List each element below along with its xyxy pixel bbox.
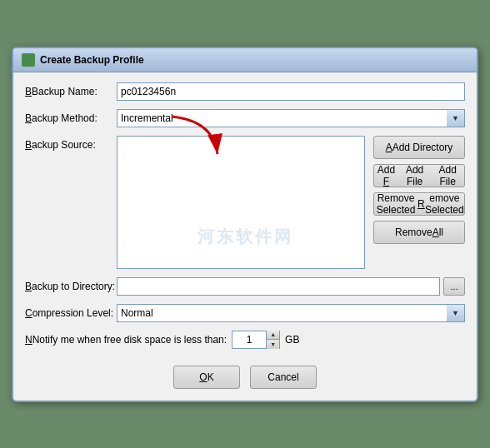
backup-method-row: Backup Method: Incremental Full Differen…: [25, 109, 465, 127]
backup-name-input[interactable]: [117, 82, 465, 101]
dialog-content: 河东软件网 BBackup Name: Backup Method:: [13, 72, 477, 401]
compression-label: Compression Level:: [25, 307, 117, 319]
backup-source-textarea[interactable]: [117, 136, 365, 269]
title-bar: Create Backup Profile: [13, 48, 477, 72]
cancel-button[interactable]: Cancel: [250, 366, 317, 389]
compression-wrapper: None Low Normal High Maximum ▼: [117, 304, 465, 322]
remove-selected-button[interactable]: Remove Selected Remove Selected: [373, 192, 465, 216]
footer-buttons: OK Cancel: [25, 362, 465, 389]
backup-method-dropdown-arrow[interactable]: ▼: [447, 109, 465, 127]
backup-source-row: Backup Source: AAdd Directory Add FAdd F…: [25, 136, 465, 269]
backup-to-dir-label: Backup to Directory:: [25, 281, 117, 292]
backup-method-wrapper: Incremental Full Differential ▼: [117, 109, 465, 127]
backup-name-label: BBackup Name:: [25, 86, 117, 97]
gb-label: GB: [285, 334, 299, 346]
notify-label: NNotify me when free disk space is less …: [25, 334, 227, 346]
backup-name-row: BBackup Name:: [25, 82, 465, 101]
browse-button[interactable]: ...: [443, 277, 465, 296]
dialog-title: Create Backup Profile: [40, 54, 144, 66]
compression-select[interactable]: None Low Normal High Maximum: [117, 304, 465, 322]
remove-all-button[interactable]: Remove All: [373, 221, 465, 244]
backup-source-label: Backup Source:: [25, 136, 117, 151]
add-directory-button[interactable]: AAdd Directory: [373, 136, 465, 159]
dialog-icon: [22, 53, 35, 67]
spin-down-button[interactable]: ▼: [267, 340, 279, 349]
spin-up-button[interactable]: ▲: [267, 331, 279, 341]
backup-method-label: Backup Method:: [25, 112, 117, 124]
notify-spin-wrapper: ▲ ▼: [232, 331, 280, 349]
notify-row: NNotify me when free disk space is less …: [25, 331, 465, 349]
compression-row: Compression Level: None Low Normal High …: [25, 304, 465, 322]
add-file-button[interactable]: Add FAdd File Add File: [373, 164, 465, 187]
create-backup-dialog: Create Backup Profile 河东软件网 BBackup Name…: [12, 47, 478, 402]
backup-to-dir-input[interactable]: [117, 277, 440, 296]
ok-button[interactable]: OK: [173, 366, 240, 389]
notify-spin-input[interactable]: [232, 331, 266, 348]
backup-to-dir-row: Backup to Directory: ...: [25, 277, 465, 296]
source-action-buttons: AAdd Directory Add FAdd File Add File Re…: [373, 136, 465, 244]
compression-dropdown-arrow[interactable]: ▼: [447, 304, 465, 322]
backup-method-select[interactable]: Incremental Full Differential: [117, 109, 465, 127]
spin-arrows: ▲ ▼: [266, 331, 279, 349]
